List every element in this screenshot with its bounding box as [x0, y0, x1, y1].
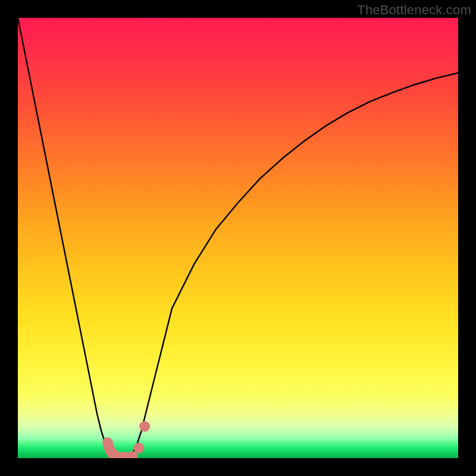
chart-frame: TheBottleneck.com — [0, 0, 476, 476]
chart-svg — [18, 18, 458, 458]
bottleneck-curve — [18, 18, 458, 458]
plot-area — [18, 18, 458, 458]
watermark-text: TheBottleneck.com — [357, 2, 471, 18]
marker-dot — [139, 421, 150, 432]
marker-dot — [134, 443, 145, 453]
curve-markers — [102, 421, 150, 458]
